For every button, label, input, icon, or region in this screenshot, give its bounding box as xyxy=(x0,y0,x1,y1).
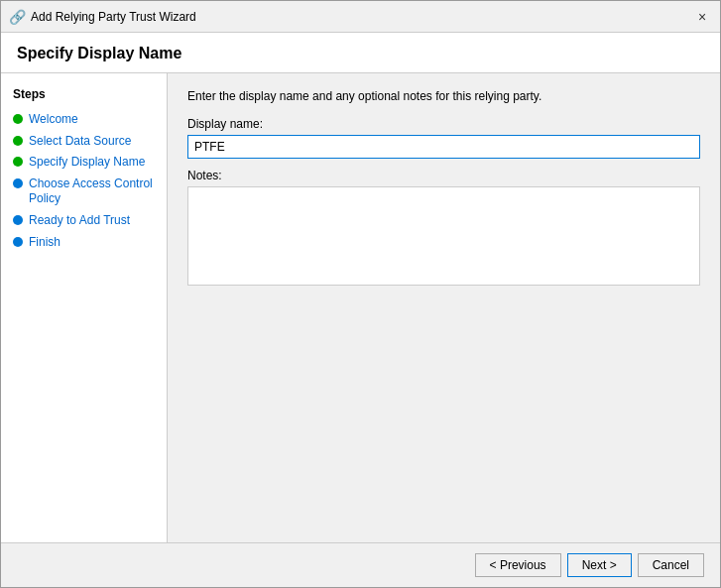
sidebar-item-specify-display-name: Specify Display Name xyxy=(1,152,167,174)
step-dot-finish xyxy=(13,237,23,247)
sidebar-title: Steps xyxy=(1,83,167,109)
footer: < Previous Next > Cancel xyxy=(1,542,720,587)
step-label-specify-display-name: Specify Display Name xyxy=(29,155,145,171)
step-dot-select-data-source xyxy=(13,136,23,146)
wizard-icon: 🔗 xyxy=(9,9,25,25)
title-bar-left: 🔗 Add Relying Party Trust Wizard xyxy=(9,9,196,25)
step-dot-welcome xyxy=(13,114,23,124)
content-area: Steps Welcome Select Data Source Specify… xyxy=(1,73,720,542)
previous-button[interactable]: < Previous xyxy=(475,553,561,577)
sidebar: Steps Welcome Select Data Source Specify… xyxy=(1,73,168,542)
notes-input[interactable] xyxy=(187,186,700,286)
spacer xyxy=(187,298,700,527)
step-label-finish: Finish xyxy=(29,235,60,251)
step-label-choose-access-control: Choose Access Control Policy xyxy=(29,176,155,207)
sidebar-item-finish: Finish xyxy=(1,232,167,254)
display-name-group: Display name: xyxy=(187,117,700,159)
step-dot-ready-to-add-trust xyxy=(13,215,23,225)
page-header: Specify Display Name xyxy=(1,33,720,73)
step-label-select-data-source: Select Data Source xyxy=(29,134,131,150)
step-dot-choose-access-control xyxy=(13,178,23,188)
notes-group: Notes: xyxy=(187,169,700,289)
step-label-welcome: Welcome xyxy=(29,112,78,128)
main-panel: Enter the display name and any optional … xyxy=(168,73,720,542)
close-button[interactable]: × xyxy=(692,7,712,27)
cancel-button[interactable]: Cancel xyxy=(638,553,704,577)
sidebar-item-welcome: Welcome xyxy=(1,109,167,131)
window-title: Add Relying Party Trust Wizard xyxy=(31,10,196,24)
page-title: Specify Display Name xyxy=(17,45,704,62)
step-label-ready-to-add-trust: Ready to Add Trust xyxy=(29,213,130,229)
notes-label: Notes: xyxy=(187,169,700,182)
display-name-label: Display name: xyxy=(187,117,700,131)
display-name-input[interactable] xyxy=(187,135,700,159)
sidebar-item-select-data-source: Select Data Source xyxy=(1,131,167,153)
description-text: Enter the display name and any optional … xyxy=(187,89,700,103)
next-button[interactable]: Next > xyxy=(567,553,632,577)
title-bar: 🔗 Add Relying Party Trust Wizard × xyxy=(1,1,720,33)
sidebar-item-ready-to-add-trust: Ready to Add Trust xyxy=(1,210,167,232)
wizard-window: 🔗 Add Relying Party Trust Wizard × Speci… xyxy=(0,0,721,588)
sidebar-item-choose-access-control: Choose Access Control Policy xyxy=(1,174,167,210)
step-dot-specify-display-name xyxy=(13,157,23,167)
